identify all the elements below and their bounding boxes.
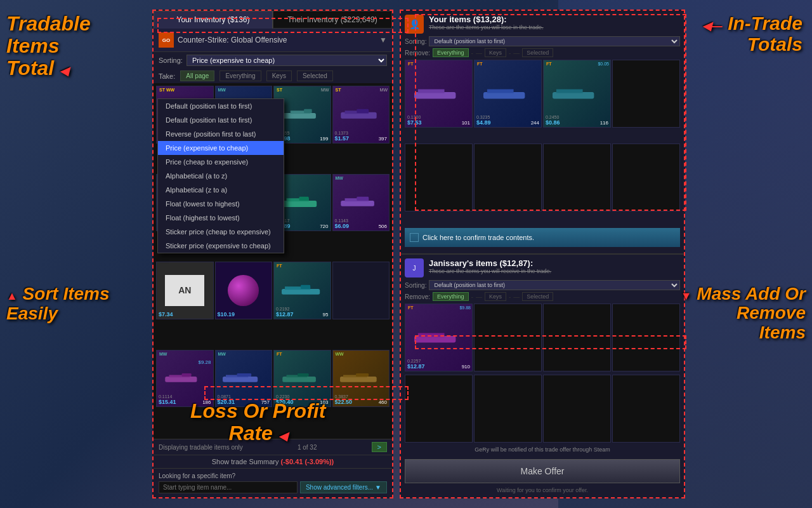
your-inventory-tab[interactable]: Your Inventory ($136) <box>154 11 273 29</box>
dropdown-item-default1[interactable]: Default (position last to first) <box>158 99 284 113</box>
dropdown-item-float-high[interactable]: Float (highest to lowest) <box>158 211 284 225</box>
item-float: 0.1143 <box>335 218 348 223</box>
jan-remove-selected-btn[interactable]: Selected <box>522 292 553 301</box>
game-icon: GO <box>159 32 174 48</box>
item-price: $12.87 <box>407 363 425 370</box>
dropdown-item-alpha-za[interactable]: Alphabetical (z to a) <box>158 183 284 197</box>
dropdown-item-alpha-az[interactable]: Alphabetical (a to z) <box>158 169 284 183</box>
item-count: 910 <box>462 364 470 370</box>
svg-rect-30 <box>223 377 258 382</box>
your-remove-keys-btn[interactable]: Keys <box>485 48 506 57</box>
item-price: $7.53 <box>407 119 422 126</box>
trade-item[interactable]: FT $0.05 0.2450 $0.86 116 <box>543 60 611 128</box>
item-sub-badge: MW <box>321 88 329 92</box>
mass-add-annotation: ▼ Mass Add Or Remove Items <box>681 284 806 343</box>
confirm-trade-btn[interactable]: Click here to confirm trade contents. <box>405 228 680 247</box>
item-count: 116 <box>600 120 608 126</box>
trade-item[interactable]: FT 0.3235 $4.89 244 <box>474 60 542 128</box>
svg-rect-42 <box>487 89 514 93</box>
your-avatar: 👤 <box>405 15 424 34</box>
sticker-img: AN <box>165 275 204 306</box>
take-selected-btn[interactable]: Selected <box>297 70 333 81</box>
gun-icon <box>549 84 605 104</box>
dropdown-item-reverse[interactable]: Reverse (position first to last) <box>158 127 284 141</box>
dropdown-item-sticker-exp[interactable]: Sticker price (expensive to cheap) <box>158 239 284 253</box>
page-count: 1 of 32 <box>298 444 317 451</box>
your-remove-selected-btn[interactable]: Selected <box>522 48 553 57</box>
sort-row: Sorting: Price (expensive to cheap) <box>154 52 392 69</box>
trade-item-empty <box>543 144 611 211</box>
trade-item[interactable]: FT $9.88 0.2257 $12.87 910 <box>405 304 473 371</box>
your-items-title: Your items ($13,28): <box>429 15 544 24</box>
trade-summary-value: (-$0.41 (-3.09%)) <box>281 458 334 465</box>
trade-summary[interactable]: Show trade Summary (-$0.41 (-3.09%)) <box>154 455 392 468</box>
search-input[interactable] <box>159 481 298 493</box>
item-count: 244 <box>531 120 539 126</box>
trade-item-empty <box>543 304 611 371</box>
item-badge: ST <box>334 88 343 92</box>
trade-item-empty <box>543 375 611 443</box>
tradable-label: Displaying tradable items only <box>159 444 243 451</box>
svg-rect-45 <box>414 336 455 342</box>
notification-text: GeRy will be notified of this trade offe… <box>405 444 680 455</box>
svg-rect-27 <box>165 377 197 382</box>
item-count: 101 <box>462 120 470 126</box>
item-float: 0.3235 <box>476 115 490 119</box>
svg-rect-35 <box>298 373 309 377</box>
item-cell-sphere[interactable]: $10.19 <box>215 262 273 319</box>
trade-item-empty <box>612 375 680 443</box>
item-count: 397 <box>379 136 387 142</box>
gun-icon <box>161 367 209 389</box>
jan-remove-keys-btn[interactable]: Keys <box>485 292 506 301</box>
dropdown-item-price-exp[interactable]: Price (expensive to cheap) <box>158 141 284 155</box>
jan-remove-everything-btn[interactable]: Everything <box>433 292 469 301</box>
svg-rect-20 <box>299 197 308 201</box>
take-keys-btn[interactable]: Keys <box>266 70 292 81</box>
item-price: $4.89 <box>476 119 491 126</box>
trade-summary-label: Show trade Summary <box>212 458 279 465</box>
dropdown-item-default2[interactable]: Default (position last to first) <box>158 113 284 127</box>
next-page-btn[interactable]: > <box>372 442 387 452</box>
make-offer-btn[interactable]: Make Offer <box>405 459 680 483</box>
trade-item[interactable]: FT 0.1300 $7.53 101 <box>405 60 473 128</box>
item-badge: FT <box>275 352 284 356</box>
item-cell[interactable]: MW 0.1143 $6.09 506 <box>332 174 390 232</box>
sort-select[interactable]: Price (expensive to cheap) <box>187 55 387 66</box>
item-cell[interactable]: ST MW 0.1373 $1.57 397 <box>332 86 390 144</box>
search-label: Looking for a specific item? <box>159 472 387 479</box>
svg-rect-32 <box>237 373 252 377</box>
trade-item-empty <box>405 375 473 443</box>
svg-rect-44 <box>556 89 583 93</box>
item-cell-empty <box>332 262 390 319</box>
gun-icon <box>278 104 326 126</box>
item-cell[interactable]: WW 0.3837 $22.50 460 <box>332 350 390 408</box>
item-cell[interactable]: FT 0.2230 $20.40 103 <box>273 350 331 408</box>
take-all-page-btn[interactable]: All page <box>180 70 214 81</box>
their-inventory-tab[interactable]: Their Inventory ($229,649) <box>273 11 392 29</box>
item-cell[interactable]: FT 0.2192 $12.87 95 <box>273 262 331 319</box>
item-count: 720 <box>320 224 328 229</box>
dropdown-item-sticker-cheap[interactable]: Sticker price (cheap to expensive) <box>158 225 284 239</box>
dropdown-item-price-cheap[interactable]: Price (cheap to expensive) <box>158 155 284 169</box>
item-cell[interactable]: MW 0.0871 $20.31 757 <box>215 350 273 408</box>
your-remove-everything-btn[interactable]: Everything <box>433 48 469 57</box>
dropdown-item-float-low[interactable]: Float (lowest to highest) <box>158 197 284 211</box>
item-secondary-price: $9.88 <box>459 305 471 310</box>
item-badge: MW <box>334 176 344 180</box>
your-sort-select[interactable]: Default (position last to first) <box>429 36 680 46</box>
filter-row: Take: All page Everything Keys Selected <box>154 69 392 83</box>
item-cell[interactable]: MW $9.28 0.1114 $15.41 186 <box>156 350 214 408</box>
svg-rect-11 <box>357 109 369 112</box>
your-items-section: 👤 Your items ($13,28): These are the ite… <box>401 11 684 255</box>
svg-rect-6 <box>282 113 316 119</box>
item-badge: ST <box>275 88 284 92</box>
advanced-filters-btn[interactable]: Show advanced filters... ▼ <box>300 481 387 493</box>
janissary-sort-select[interactable]: Default (position last to first) <box>429 280 680 290</box>
item-float: 0.2230 <box>276 394 289 399</box>
item-price: $22.50 <box>335 399 353 405</box>
item-badge: FT <box>476 62 484 66</box>
game-selector[interactable]: GO Counter-Strike: Global Offensive ▼ <box>154 29 392 52</box>
item-price: $1.57 <box>335 135 350 142</box>
item-cell-sticker[interactable]: AN $7.34 <box>156 262 214 319</box>
take-everything-btn[interactable]: Everything <box>219 70 261 81</box>
